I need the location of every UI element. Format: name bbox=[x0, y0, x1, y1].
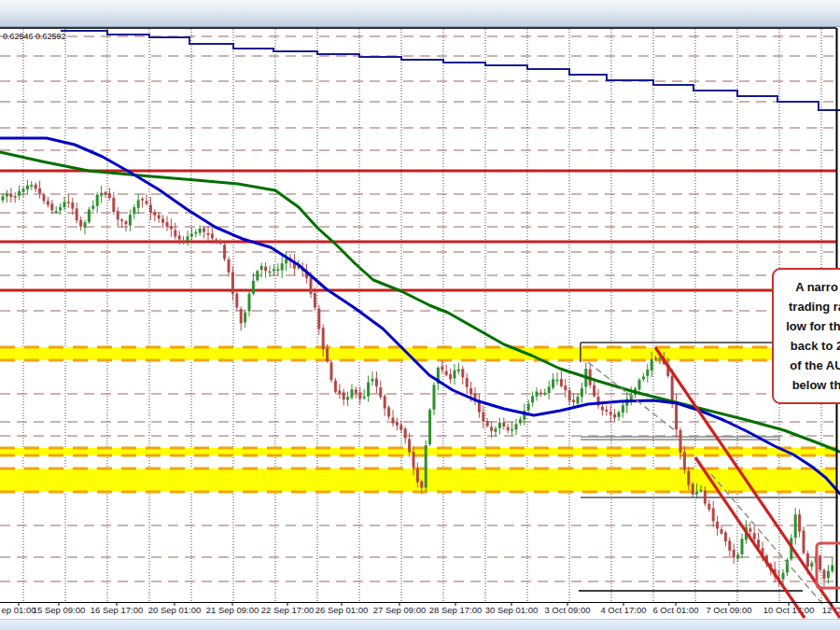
candle-body bbox=[310, 278, 313, 294]
candle-body bbox=[700, 490, 703, 492]
candle-body bbox=[190, 233, 193, 236]
candle-body bbox=[461, 369, 464, 377]
candle-body bbox=[564, 385, 567, 390]
candle-body bbox=[203, 229, 205, 232]
candle-body bbox=[659, 358, 662, 360]
candle-body bbox=[244, 313, 246, 323]
candle-body bbox=[457, 370, 460, 371]
candle-body bbox=[133, 207, 135, 214]
candle-body bbox=[285, 259, 287, 264]
candle-body bbox=[215, 240, 217, 243]
candle-body bbox=[187, 236, 189, 241]
candle-body bbox=[59, 207, 62, 210]
candle-body bbox=[47, 201, 49, 204]
candle-body bbox=[642, 376, 645, 379]
candle-body bbox=[724, 532, 727, 541]
candle-body bbox=[384, 396, 386, 408]
candle-body bbox=[375, 379, 378, 386]
candle-body bbox=[392, 418, 395, 424]
candle-body bbox=[721, 529, 723, 534]
candle-body bbox=[449, 374, 452, 379]
candle-body bbox=[490, 427, 493, 430]
candle-body bbox=[166, 222, 169, 227]
candle-body bbox=[827, 571, 830, 578]
candle-body bbox=[100, 193, 103, 196]
candle-body bbox=[609, 412, 612, 414]
candle-body bbox=[35, 185, 37, 189]
candle-body bbox=[153, 212, 156, 215]
candle-body bbox=[803, 530, 805, 553]
candle-body bbox=[355, 389, 357, 393]
candle-body bbox=[408, 439, 411, 452]
candle-body bbox=[55, 211, 58, 213]
candle-body bbox=[84, 222, 87, 228]
candle-body bbox=[207, 233, 210, 235]
candle-body bbox=[428, 410, 431, 444]
candle-body bbox=[317, 309, 320, 329]
candle-body bbox=[539, 393, 542, 395]
candle-body bbox=[256, 271, 259, 280]
annotation-line: of the AU bbox=[774, 356, 840, 375]
candle-body bbox=[527, 404, 530, 411]
candle-body bbox=[170, 227, 173, 230]
candle-body bbox=[367, 383, 370, 397]
candle-body bbox=[161, 218, 164, 222]
candle-body bbox=[502, 423, 505, 427]
candle-body bbox=[704, 491, 707, 504]
candle-body bbox=[560, 379, 563, 386]
candle-body bbox=[22, 189, 25, 191]
candle-body bbox=[556, 380, 559, 382]
annotation-line: below th bbox=[774, 375, 840, 395]
candle-body bbox=[671, 376, 674, 402]
candle-body bbox=[572, 399, 575, 402]
candle-body bbox=[454, 371, 456, 379]
candle-body bbox=[264, 267, 267, 272]
candle-body bbox=[618, 413, 621, 417]
candle-body bbox=[6, 193, 8, 196]
candle-body bbox=[536, 392, 539, 397]
candle-body bbox=[91, 205, 94, 208]
candle-body bbox=[211, 233, 214, 238]
candle-body bbox=[125, 221, 128, 224]
quote-label: 0.62546 0.62592 bbox=[3, 32, 66, 41]
candle-body bbox=[273, 269, 275, 271]
candle-body bbox=[14, 196, 17, 198]
candle-body bbox=[679, 430, 682, 453]
candle-body bbox=[334, 381, 337, 392]
candle-body bbox=[228, 259, 231, 273]
candle-body bbox=[741, 539, 744, 554]
candle-body bbox=[416, 469, 419, 482]
candle-body bbox=[593, 385, 595, 397]
candle-body bbox=[343, 392, 345, 399]
candle-body bbox=[50, 203, 53, 210]
candle-body bbox=[314, 293, 316, 308]
candle-body bbox=[819, 556, 821, 569]
candle-body bbox=[683, 452, 686, 469]
candle-body bbox=[519, 419, 522, 423]
candle-body bbox=[79, 220, 82, 227]
candle-body bbox=[507, 427, 510, 430]
candle-body bbox=[511, 429, 513, 431]
candle-body bbox=[651, 359, 653, 371]
price-chart[interactable] bbox=[0, 0, 840, 630]
candle-body bbox=[692, 484, 694, 495]
candle-body bbox=[141, 199, 144, 201]
trading-app-window: 0.62546 0.62592 ep 01:0015 Sep 09:0016 S… bbox=[0, 0, 840, 630]
analyst-note[interactable]: A narro trading ra low for the back to 2… bbox=[772, 268, 840, 404]
candle-body bbox=[379, 387, 382, 397]
candle-body bbox=[646, 370, 649, 376]
candle-body bbox=[71, 203, 74, 209]
candle-body bbox=[605, 410, 608, 412]
candle-body bbox=[823, 570, 826, 580]
window-toolbar-strip bbox=[0, 0, 840, 27]
candle-body bbox=[38, 189, 41, 193]
candle-body bbox=[782, 573, 785, 580]
candle-body bbox=[749, 528, 751, 532]
candle-body bbox=[326, 348, 329, 361]
candle-body bbox=[716, 522, 719, 529]
candle-body bbox=[466, 378, 469, 387]
candle-body bbox=[581, 388, 583, 397]
candle-body bbox=[105, 192, 107, 195]
candle-body bbox=[363, 397, 366, 399]
candle-body bbox=[182, 241, 185, 243]
